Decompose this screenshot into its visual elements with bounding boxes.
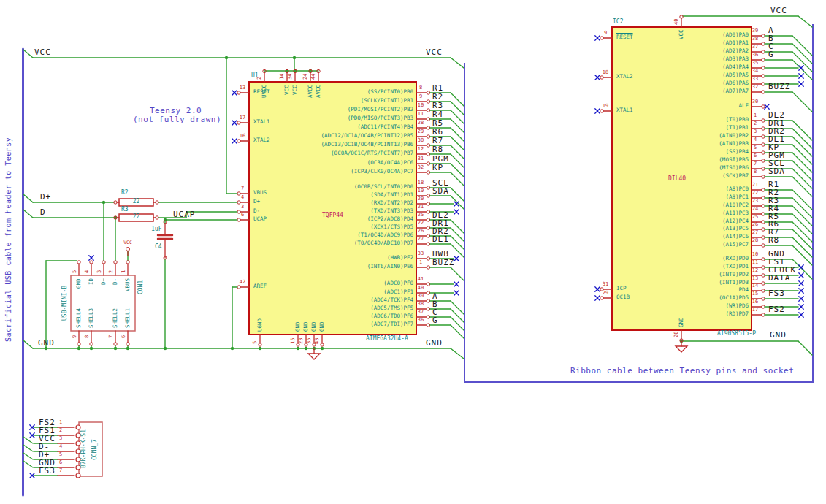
- ic2-pin-name: (T0)PB0: [654, 117, 749, 123]
- r3-value[interactable]: 22: [119, 214, 153, 220]
- net-label-r6[interactable]: R6: [432, 128, 443, 136]
- ic2-pin-name: (A14)PC6: [654, 234, 749, 240]
- u1-pin-number: 35: [307, 338, 312, 344]
- ic2-pin-number: 39: [748, 28, 762, 34]
- usb-pin-name: GND: [76, 278, 82, 289]
- net-label-buzz[interactable]: BUZZ: [768, 83, 791, 91]
- u1-pin-number: 14: [280, 74, 285, 80]
- u1-pin-number: 42: [235, 280, 250, 285]
- net-label-r7[interactable]: R7: [432, 137, 443, 145]
- c4-reference[interactable]: C4: [155, 244, 162, 250]
- u1-pin-number: 28: [413, 121, 428, 126]
- conn7-value[interactable]: B7K-PH-K-S1: [81, 429, 87, 468]
- u1-pin-number: 20: [413, 196, 428, 202]
- ic2-pin-name: (AD4)PA4: [654, 64, 749, 70]
- net-label-vcc-left[interactable]: VCC: [34, 48, 51, 56]
- ic2-footprint[interactable]: DIL40: [668, 176, 686, 182]
- conn7-pin-number: 6: [56, 460, 66, 465]
- u1-reference[interactable]: U1: [251, 73, 259, 79]
- u1-pin-name: (ICP3/CLK0/OC4A)PC7: [304, 169, 413, 175]
- u1-pin-name: UCAP: [253, 216, 267, 222]
- conn7-reference[interactable]: CONN_7: [92, 439, 98, 460]
- ic2-pin-number: 4: [748, 137, 762, 142]
- note-teensy-line2: (not fully drawn): [133, 115, 221, 123]
- u1-pin-number: 10: [413, 103, 428, 108]
- ic2-pin-name: (A12)PC4: [654, 218, 749, 224]
- net-label-ic2-vcc[interactable]: VCC: [770, 7, 787, 15]
- u1-pin-name: (HWB)PE2: [304, 255, 413, 261]
- u1-pin-name: (ADC13/OC1B/OC4B/PCINT13)PB6: [304, 142, 413, 148]
- ic2-pin-name: (A15)PC7: [654, 242, 749, 248]
- ic2-pin-name: (T1)PB1: [654, 125, 749, 131]
- ic2-pin-name: (SS)PB4: [654, 149, 749, 155]
- usb-pin-number: 5: [72, 270, 77, 273]
- u1-value[interactable]: ATMEGA32U4-A: [366, 336, 408, 342]
- net-label-ic2-gnd[interactable]: GND: [770, 331, 787, 339]
- ic2-reference[interactable]: IC2: [613, 19, 623, 25]
- ic2-pin-name: (AIN0)PB2: [654, 133, 749, 139]
- r2-reference[interactable]: R2: [121, 190, 129, 196]
- u1-pin-number: 26: [413, 229, 428, 234]
- net-label-data[interactable]: DATA: [768, 274, 791, 282]
- net-label-pgm[interactable]: PGM: [432, 155, 449, 163]
- ic2-pin-number: 37: [748, 45, 762, 50]
- u1-pin-number: 3: [235, 205, 250, 210]
- usb-reference[interactable]: CON1: [138, 280, 144, 294]
- net-label-ucap[interactable]: UCAP: [173, 210, 196, 218]
- net-label-r4[interactable]: R4: [432, 110, 443, 118]
- ic2-pin-name: (WR)PD6: [654, 303, 749, 309]
- net-label-dplus[interactable]: D+: [40, 193, 51, 201]
- u1-footprint[interactable]: TQFP44: [322, 213, 343, 218]
- u1-pin-number: 12: [413, 147, 428, 152]
- ic2-pin-name: PD4: [654, 287, 749, 293]
- note-sacrificial-usb: Sacrificial USB cable from header to Tee…: [5, 137, 12, 342]
- u1-pin-number: 27: [413, 237, 428, 242]
- ic2-pin-name: (AD2)PA2: [654, 48, 749, 54]
- net-label-gnd-right[interactable]: GND: [426, 339, 443, 347]
- ic2-pin-number: 23: [748, 199, 762, 204]
- ic2-pin-number: 35: [748, 61, 762, 66]
- net-label-r5[interactable]: R5: [432, 119, 443, 127]
- ic2-pin-number: 10: [748, 252, 762, 257]
- usb-pin-number: 4: [85, 270, 90, 273]
- net-label-dminus[interactable]: D-: [40, 208, 51, 216]
- u1-pin-name: VCC: [284, 85, 290, 95]
- net-label-r2[interactable]: R2: [432, 93, 443, 101]
- usb-pin-number: 3: [97, 270, 102, 273]
- net-label-fs3[interactable]: FS3: [768, 289, 785, 297]
- net-label-g[interactable]: G: [768, 50, 774, 58]
- net-label-sda[interactable]: SDA: [432, 187, 449, 195]
- net-label-r8[interactable]: R8: [768, 236, 779, 244]
- c4-value[interactable]: 1uF: [151, 226, 161, 232]
- u1-pin-number: 9: [413, 94, 428, 99]
- r2-value[interactable]: 22: [119, 199, 153, 205]
- ic2-pin-name: ALE: [654, 103, 749, 109]
- net-label-g[interactable]: G: [432, 316, 438, 324]
- u1-pin-name: (SDA/INT1)PD1: [304, 192, 413, 198]
- ic2-pin-name: RESET: [616, 34, 633, 40]
- net-label-dl1[interactable]: DL1: [432, 235, 449, 243]
- net-label-gnd-left[interactable]: GND: [38, 339, 55, 347]
- ic2-value[interactable]: AT90S8515-P: [717, 331, 756, 337]
- r3-reference[interactable]: R3: [121, 207, 129, 213]
- net-label-r3[interactable]: R3: [432, 102, 443, 110]
- ic2-pin-number: 24: [748, 207, 762, 212]
- usb-pin-name: SHELL4: [76, 308, 82, 328]
- net-label-hwb[interactable]: HWB: [432, 250, 449, 258]
- ic2-pin-name: (AD6)PA6: [654, 80, 749, 86]
- net-label-fs2[interactable]: FS2: [768, 305, 785, 313]
- net-label-r8[interactable]: R8: [432, 145, 443, 153]
- u1-pin-name: (ADC12/OC1A/OC4B/PCINT12)PB5: [304, 133, 413, 139]
- net-label-buzz[interactable]: BUZZ: [432, 259, 455, 267]
- u1-pin-name: GND: [311, 321, 317, 332]
- net-label-r1[interactable]: R1: [432, 84, 443, 92]
- net-label-sda[interactable]: SDA: [768, 167, 785, 175]
- net-label-vcc-right[interactable]: VCC: [426, 48, 443, 56]
- usb-value[interactable]: USB-MINI-B: [62, 286, 68, 321]
- conn7-pin-number: 2: [56, 428, 66, 433]
- net-label-fs3[interactable]: FS3: [39, 467, 56, 475]
- vcc-power-symbol-label[interactable]: VCC: [119, 240, 137, 245]
- ic2-pin-name: (A10)PC2: [654, 202, 749, 208]
- conn7-pin-number: 7: [56, 468, 66, 473]
- net-label-kp[interactable]: KP: [432, 164, 443, 172]
